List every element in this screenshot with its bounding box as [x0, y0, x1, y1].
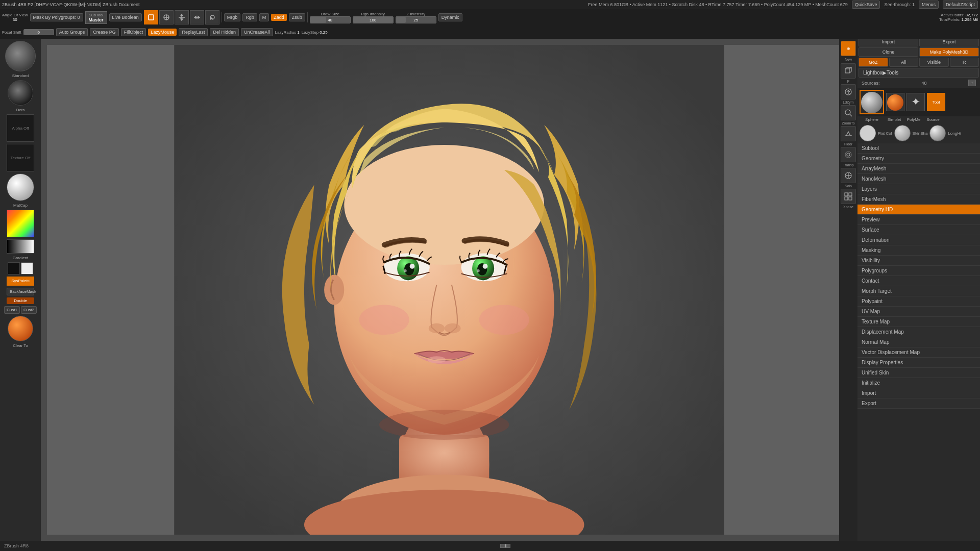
preview-item[interactable]: Preview	[857, 215, 980, 225]
visibility-item[interactable]: Visibility	[857, 256, 980, 266]
mrgb-btn[interactable]: Mrgb	[224, 13, 241, 21]
polygroups-item[interactable]: Polygroups	[857, 266, 980, 276]
vector-displacement-map-item[interactable]: Vector Displacement Map	[857, 347, 980, 358]
z-intensity-slider[interactable]: 25	[396, 16, 436, 23]
double-btn[interactable]: Double	[7, 297, 34, 304]
timeline-indicator[interactable]	[500, 544, 510, 548]
ldzym-icon-btn[interactable]	[841, 84, 856, 99]
uv-map-item[interactable]: UV Map	[857, 307, 980, 317]
material-orange-preview[interactable]	[8, 316, 33, 341]
flat-col-btn[interactable]	[860, 125, 876, 141]
total-points: TotalPoints: 1.294 Mil	[939, 17, 978, 22]
focal-shift-slider[interactable]: 0	[23, 29, 54, 35]
cust1-btn[interactable]: Cust1	[4, 306, 20, 314]
background-color-swatch[interactable]	[21, 262, 33, 274]
subtool-item[interactable]: Subtool	[857, 143, 980, 154]
fiber-mesh-item[interactable]: FiberMesh	[857, 194, 980, 205]
foreground-color-swatch[interactable]	[8, 262, 20, 274]
goz-btn[interactable]: GoZ	[859, 58, 888, 67]
visible-btn[interactable]: Visible	[919, 58, 949, 67]
contact-item[interactable]: Contact	[857, 276, 980, 286]
standard-brush-preview[interactable]	[5, 41, 36, 71]
texture-box[interactable]: Texture Off	[7, 144, 34, 171]
auto-groups-btn[interactable]: Auto Groups	[56, 28, 88, 36]
initialize-item[interactable]: Initialize	[857, 378, 980, 388]
mask-polygroups-btn[interactable]: Mask By Polygroups: 0	[30, 13, 83, 21]
export2-item[interactable]: Export	[857, 398, 980, 409]
polypaint-item[interactable]: Polypaint	[857, 296, 980, 307]
color-swatches	[8, 262, 33, 274]
switch-color-btn[interactable]: SysPaletti	[7, 277, 34, 286]
del-hidden-btn[interactable]: Del Hidden	[210, 28, 239, 36]
surface-item[interactable]: Surface	[857, 225, 980, 235]
canvas-area[interactable]	[41, 39, 857, 541]
solo-icon-btn[interactable]	[841, 168, 856, 183]
draw-size-slider[interactable]: 48	[310, 16, 351, 23]
live-boolean-btn[interactable]: Live Boolean	[109, 13, 142, 21]
svg-point-35	[379, 410, 509, 440]
move-mode-btn[interactable]	[175, 10, 189, 24]
nano-mesh-item[interactable]: NanoMesh	[857, 174, 980, 184]
r-btn[interactable]: R	[950, 58, 979, 67]
cust2-btn[interactable]: Cust2	[21, 306, 37, 314]
new-icon-btn[interactable]: ⊕	[841, 41, 856, 56]
array-mesh-item[interactable]: ArrayMesh	[857, 164, 980, 174]
gradient-bar[interactable]	[7, 239, 34, 254]
dynamic-btn[interactable]: Dynamic	[438, 13, 462, 21]
m-btn[interactable]: M	[259, 13, 270, 21]
texture-map-item[interactable]: Texture Map	[857, 317, 980, 327]
masking-item[interactable]: Masking	[857, 245, 980, 256]
quicksave-btn[interactable]: QuickSave	[852, 1, 880, 9]
all-btn[interactable]: All	[889, 58, 919, 67]
color-picker[interactable]	[7, 210, 34, 237]
un-crease-all-btn[interactable]: UnCreaseAll	[241, 28, 273, 36]
selected-tool-thumb[interactable]	[860, 90, 884, 114]
rotate-mode-btn[interactable]	[205, 10, 219, 24]
lazy-mouse-btn[interactable]: LazyMouse	[148, 29, 177, 36]
display-properties-item[interactable]: Display Properties	[857, 358, 980, 368]
transp-icon-btn[interactable]	[841, 147, 856, 162]
layers-item[interactable]: Layers	[857, 184, 980, 194]
geometry-hd-item[interactable]: Geometry HD	[857, 205, 980, 215]
skin-shade-btn[interactable]	[894, 125, 911, 141]
alpha-box[interactable]: Alpha Off	[7, 114, 34, 142]
lightbox-btn[interactable]: Lightbox▶Tools	[859, 68, 979, 78]
fill-object-btn[interactable]: FillObject	[121, 28, 146, 36]
sources-add-btn[interactable]: +	[968, 80, 976, 86]
tool-thumb-orange[interactable]	[886, 93, 904, 111]
xpose-icon-btn[interactable]	[841, 189, 856, 204]
alpha-label: Alpha Off	[12, 126, 29, 131]
scale-mode-btn[interactable]	[190, 10, 204, 24]
unified-skin-item[interactable]: Unified Skin	[857, 368, 980, 378]
edit-mode-btn[interactable]	[144, 10, 158, 24]
backface-mask-btn[interactable]: BackfaceMask	[7, 288, 34, 295]
make-polymesh-btn[interactable]: Make PolyMesh3D	[919, 47, 979, 57]
floor-icon-btn[interactable]	[841, 126, 856, 141]
morph-target-item[interactable]: Morph Target	[857, 286, 980, 296]
draw-mode-btn[interactable]	[159, 10, 174, 24]
orange-tool-thumb[interactable]: Tool	[927, 93, 945, 111]
rgb-intensity-slider[interactable]: 100	[353, 16, 394, 23]
svg-point-48	[847, 153, 850, 156]
new-icon: ⊕	[847, 46, 850, 51]
zsub-btn[interactable]: Zsub	[289, 13, 305, 21]
menus-btn[interactable]: Menus	[919, 1, 939, 9]
displacement-map-item[interactable]: Displacement Map	[857, 327, 980, 337]
default-zscript-btn[interactable]: DefaultZScript	[943, 1, 978, 9]
import2-item[interactable]: Import	[857, 388, 980, 398]
crease-pg-btn[interactable]: Crease PG	[90, 28, 119, 36]
zoomto-icon-btn[interactable]	[841, 105, 856, 120]
star-tool-thumb[interactable]: ✦	[906, 93, 925, 111]
geometry-item[interactable]: Geometry	[857, 154, 980, 164]
subtool-master-btn[interactable]: SubTool Master	[85, 11, 107, 24]
rgb-btn[interactable]: Rgb	[242, 13, 257, 21]
dots-brush-preview[interactable]	[8, 80, 33, 106]
clone-btn[interactable]: Clone	[859, 47, 918, 57]
persp-icon-btn[interactable]	[841, 63, 856, 79]
material-preview[interactable]	[7, 173, 34, 201]
normal-map-item[interactable]: Normal Map	[857, 337, 980, 347]
zadd-btn[interactable]: Zadd	[271, 14, 287, 21]
replay-last-btn[interactable]: ReplayLast	[179, 28, 208, 36]
deformation-item[interactable]: Deformation	[857, 235, 980, 245]
long-hi-btn[interactable]	[929, 125, 946, 141]
